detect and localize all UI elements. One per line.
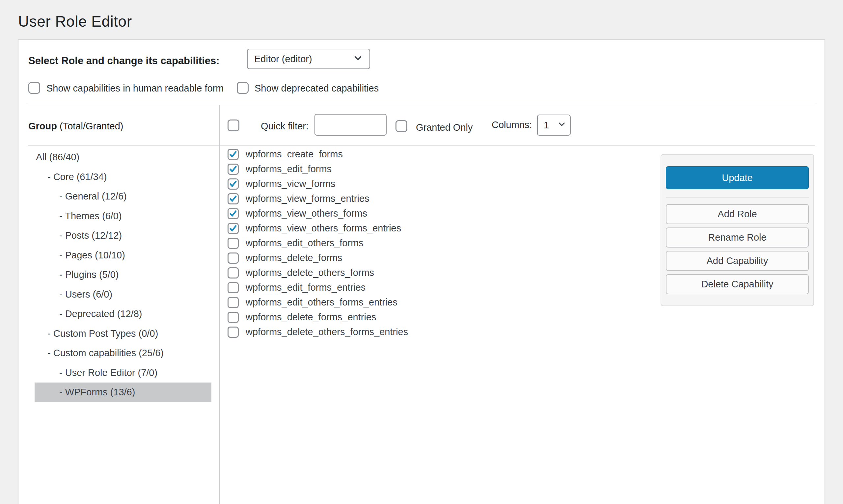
columns-label: Columns: [492, 120, 532, 130]
divider [28, 145, 815, 145]
capability-row-wpforms_create_forms: wpforms_create_forms [228, 147, 343, 162]
action-button-add-role[interactable]: Add Role [666, 204, 809, 224]
capability-row-wpforms_view_others_forms_entries: wpforms_view_others_forms_entries [228, 221, 401, 236]
capability-row-wpforms_edit_others_forms: wpforms_edit_others_forms [228, 236, 363, 251]
capability-name: wpforms_edit_forms_entries [246, 282, 365, 293]
capability-name: wpforms_edit_others_forms_entries [246, 297, 397, 308]
capability-checkbox[interactable] [228, 267, 239, 278]
action-panel: Update Add RoleRename RoleAdd Capability… [661, 154, 814, 306]
group-tree-item-custom-post-types-0-0[interactable]: - Custom Post Types (0/0) [35, 324, 211, 343]
human-readable-label: Show capabilities in human readable form [47, 83, 223, 94]
quick-filter-input[interactable] [315, 114, 387, 136]
action-button-add-capability[interactable]: Add Capability [666, 251, 809, 271]
quick-filter-label: Quick filter: [261, 121, 308, 132]
capability-name: wpforms_delete_forms [246, 252, 342, 263]
capability-row-wpforms_view_others_forms: wpforms_view_others_forms [228, 206, 367, 221]
capability-name: wpforms_delete_others_forms_entries [246, 327, 408, 338]
group-tree-item-user-role-editor-7-0[interactable]: - User Role Editor (7/0) [35, 363, 211, 382]
granted-only-checkbox[interactable] [395, 120, 407, 132]
columns-select[interactable]: 1 [537, 114, 571, 136]
main-panel: Select Role and change its capabilities:… [18, 39, 825, 504]
show-deprecated-label: Show deprecated capabilities [254, 83, 379, 94]
action-button-delete-capability[interactable]: Delete Capability [666, 274, 809, 294]
capability-name: wpforms_create_forms [246, 149, 343, 160]
action-button-rename-role[interactable]: Rename Role [666, 228, 809, 248]
capability-name: wpforms_delete_others_forms [246, 267, 374, 278]
capability-checkbox[interactable] [228, 252, 239, 264]
column-divider [219, 105, 220, 504]
panel-divider [666, 197, 809, 198]
capability-row-wpforms_edit_forms: wpforms_edit_forms [228, 162, 331, 177]
capability-checkbox[interactable] [228, 312, 239, 323]
capability-name: wpforms_view_forms_entries [246, 193, 370, 204]
chevron-down-icon [557, 120, 566, 131]
human-readable-checkbox[interactable] [28, 82, 40, 94]
capability-name: wpforms_edit_others_forms [246, 238, 363, 249]
group-tree-item-themes-6-0[interactable]: - Themes (6/0) [35, 206, 211, 226]
capability-row-wpforms_view_forms_entries: wpforms_view_forms_entries [228, 191, 370, 206]
divider [28, 105, 815, 105]
capability-row-wpforms_delete_others_forms_entries: wpforms_delete_others_forms_entries [228, 325, 408, 339]
filter-lead-checkbox[interactable] [228, 120, 239, 131]
capability-row-wpforms_view_forms: wpforms_view_forms [228, 177, 335, 191]
capability-row-wpforms_delete_forms: wpforms_delete_forms [228, 251, 342, 265]
capability-name: wpforms_view_forms [246, 178, 335, 189]
capability-row-wpforms_edit_others_forms_entries: wpforms_edit_others_forms_entries [228, 295, 397, 310]
capability-name: wpforms_view_others_forms [246, 208, 367, 219]
group-tree-item-posts-12-12[interactable]: - Posts (12/12) [35, 226, 211, 245]
select-role-label: Select Role and change its capabilities: [28, 55, 220, 67]
capability-checkbox[interactable] [228, 149, 239, 160]
page-title: User Role Editor [18, 13, 132, 30]
role-select[interactable]: Editor (editor) [247, 49, 370, 69]
capability-checkbox[interactable] [228, 164, 239, 175]
chevron-down-icon [353, 53, 363, 65]
capability-checkbox[interactable] [228, 297, 239, 308]
role-select-value: Editor (editor) [254, 54, 312, 65]
group-tree-item-custom-capabilities-25-6[interactable]: - Custom capabilities (25/6) [35, 343, 211, 363]
show-deprecated-checkbox[interactable] [237, 82, 249, 94]
capability-row-wpforms_edit_forms_entries: wpforms_edit_forms_entries [228, 280, 365, 295]
update-button[interactable]: Update [666, 166, 809, 189]
capability-row-wpforms_delete_forms_entries: wpforms_delete_forms_entries [228, 310, 376, 325]
capability-name: wpforms_delete_forms_entries [246, 312, 376, 323]
group-tree-item-wpforms-13-6[interactable]: - WPForms (13/6) [35, 382, 211, 402]
capability-checkbox[interactable] [228, 223, 239, 234]
capability-name: wpforms_edit_forms [246, 164, 331, 175]
capability-checkbox[interactable] [228, 208, 239, 219]
group-tree-item-core-61-34[interactable]: - Core (61/34) [35, 167, 211, 187]
capability-checkbox[interactable] [228, 193, 239, 204]
capability-checkbox[interactable] [228, 282, 239, 293]
granted-only-label: Granted Only [416, 122, 472, 133]
group-tree-item-users-6-0[interactable]: - Users (6/0) [35, 285, 211, 304]
group-header: Group (Total/Granted) [28, 121, 123, 132]
capability-checkbox[interactable] [228, 238, 239, 249]
group-tree-item-general-12-6[interactable]: - General (12/6) [35, 187, 211, 206]
capability-checkbox[interactable] [228, 327, 239, 338]
user-role-editor-page: User Role Editor Select Role and change … [0, 0, 843, 504]
capability-row-wpforms_delete_others_forms: wpforms_delete_others_forms [228, 265, 374, 280]
group-tree-item-deprecated-12-8[interactable]: - Deprecated (12/8) [35, 304, 211, 324]
capability-name: wpforms_view_others_forms_entries [246, 223, 401, 234]
group-tree-item-plugins-5-0[interactable]: - Plugins (5/0) [35, 265, 211, 284]
capability-checkbox[interactable] [228, 178, 239, 190]
group-tree-item-all-86-40[interactable]: All (86/40) [35, 147, 211, 167]
group-tree-item-pages-10-10[interactable]: - Pages (10/10) [35, 246, 211, 265]
columns-select-value: 1 [544, 120, 549, 131]
